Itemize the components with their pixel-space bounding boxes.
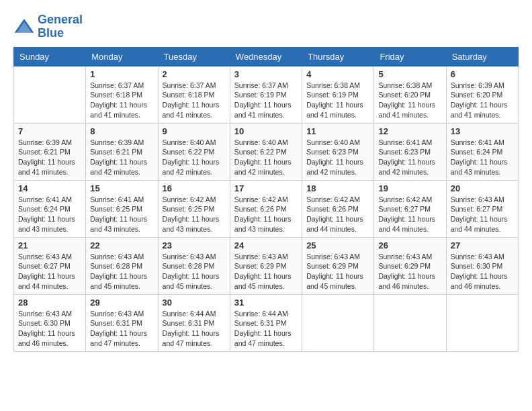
calendar-week-2: 7Sunrise: 6:39 AMSunset: 6:21 PMDaylight… [14,123,519,180]
calendar-cell: 7Sunrise: 6:39 AMSunset: 6:21 PMDaylight… [14,123,86,180]
cell-info: Sunrise: 6:40 AMSunset: 6:22 PMDaylight:… [234,138,298,177]
calendar-cell: 5Sunrise: 6:38 AMSunset: 6:20 PMDaylight… [374,66,446,123]
day-header-sunday: Sunday [14,47,86,66]
cell-info: Sunrise: 6:41 AMSunset: 6:23 PMDaylight:… [378,138,441,177]
calendar-header-row: SundayMondayTuesdayWednesdayThursdayFrid… [14,47,519,66]
calendar-cell: 11Sunrise: 6:40 AMSunset: 6:23 PMDayligh… [302,123,374,180]
calendar-cell [302,294,374,351]
calendar-cell [374,294,446,351]
day-number: 27 [451,240,514,250]
calendar-cell: 1Sunrise: 6:37 AMSunset: 6:18 PMDaylight… [86,66,158,123]
cell-info: Sunrise: 6:42 AMSunset: 6:27 PMDaylight:… [378,195,441,234]
day-number: 1 [90,69,153,79]
calendar-cell: 2Sunrise: 6:37 AMSunset: 6:18 PMDaylight… [158,66,230,123]
cell-info: Sunrise: 6:38 AMSunset: 6:20 PMDaylight:… [378,81,441,120]
calendar-cell [14,66,86,123]
cell-info: Sunrise: 6:39 AMSunset: 6:21 PMDaylight:… [18,138,81,177]
cell-info: Sunrise: 6:43 AMSunset: 6:27 PMDaylight:… [18,252,81,291]
day-number: 7 [18,126,81,136]
calendar-cell: 25Sunrise: 6:43 AMSunset: 6:29 PMDayligh… [302,237,374,294]
calendar-cell: 13Sunrise: 6:41 AMSunset: 6:24 PMDayligh… [446,123,518,180]
cell-info: Sunrise: 6:40 AMSunset: 6:23 PMDaylight:… [306,138,369,177]
day-number: 22 [90,240,153,250]
cell-info: Sunrise: 6:43 AMSunset: 6:31 PMDaylight:… [90,309,153,349]
day-number: 24 [234,240,298,250]
cell-info: Sunrise: 6:42 AMSunset: 6:25 PMDaylight:… [163,195,226,234]
calendar-cell: 18Sunrise: 6:42 AMSunset: 6:26 PMDayligh… [302,180,374,237]
day-number: 13 [451,126,514,136]
page-header: General Blue [13,13,519,40]
cell-info: Sunrise: 6:43 AMSunset: 6:28 PMDaylight:… [163,252,226,291]
day-number: 17 [234,183,298,193]
day-number: 18 [306,183,369,193]
calendar-cell: 21Sunrise: 6:43 AMSunset: 6:27 PMDayligh… [14,237,86,294]
cell-info: Sunrise: 6:44 AMSunset: 6:31 PMDaylight:… [163,309,226,349]
cell-info: Sunrise: 6:37 AMSunset: 6:18 PMDaylight:… [163,81,226,120]
calendar-cell: 9Sunrise: 6:40 AMSunset: 6:22 PMDaylight… [158,123,230,180]
day-number: 21 [18,240,81,250]
cell-info: Sunrise: 6:37 AMSunset: 6:18 PMDaylight:… [90,81,153,120]
calendar-cell: 20Sunrise: 6:43 AMSunset: 6:27 PMDayligh… [446,180,518,237]
day-header-friday: Friday [374,47,446,66]
cell-info: Sunrise: 6:41 AMSunset: 6:24 PMDaylight:… [18,195,81,234]
day-number: 16 [163,183,226,193]
day-number: 9 [163,126,226,136]
day-number: 10 [234,126,298,136]
day-number: 15 [90,183,153,193]
calendar-cell: 15Sunrise: 6:41 AMSunset: 6:25 PMDayligh… [86,180,158,237]
calendar-week-5: 28Sunrise: 6:43 AMSunset: 6:30 PMDayligh… [14,294,519,351]
cell-info: Sunrise: 6:43 AMSunset: 6:30 PMDaylight:… [18,309,81,349]
logo-icon [13,17,35,36]
cell-info: Sunrise: 6:43 AMSunset: 6:29 PMDaylight:… [306,252,369,291]
calendar-cell: 10Sunrise: 6:40 AMSunset: 6:22 PMDayligh… [230,123,302,180]
calendar-week-4: 21Sunrise: 6:43 AMSunset: 6:27 PMDayligh… [14,237,519,294]
day-number: 8 [90,126,153,136]
calendar-cell: 6Sunrise: 6:39 AMSunset: 6:20 PMDaylight… [446,66,518,123]
day-number: 3 [234,69,298,79]
calendar-cell: 19Sunrise: 6:42 AMSunset: 6:27 PMDayligh… [374,180,446,237]
calendar-cell: 8Sunrise: 6:39 AMSunset: 6:21 PMDaylight… [86,123,158,180]
calendar-cell: 26Sunrise: 6:43 AMSunset: 6:29 PMDayligh… [374,237,446,294]
cell-info: Sunrise: 6:42 AMSunset: 6:26 PMDaylight:… [306,195,369,234]
cell-info: Sunrise: 6:39 AMSunset: 6:20 PMDaylight:… [451,81,514,120]
day-number: 28 [18,298,81,308]
cell-info: Sunrise: 6:38 AMSunset: 6:19 PMDaylight:… [306,81,369,120]
calendar-week-3: 14Sunrise: 6:41 AMSunset: 6:24 PMDayligh… [14,180,519,237]
calendar-cell: 14Sunrise: 6:41 AMSunset: 6:24 PMDayligh… [14,180,86,237]
day-header-monday: Monday [86,47,158,66]
cell-info: Sunrise: 6:43 AMSunset: 6:28 PMDaylight:… [90,252,153,291]
calendar-cell: 24Sunrise: 6:43 AMSunset: 6:29 PMDayligh… [230,237,302,294]
day-number: 23 [163,240,226,250]
day-header-saturday: Saturday [446,47,518,66]
cell-info: Sunrise: 6:41 AMSunset: 6:24 PMDaylight:… [451,138,514,177]
cell-info: Sunrise: 6:43 AMSunset: 6:27 PMDaylight:… [451,195,514,234]
cell-info: Sunrise: 6:41 AMSunset: 6:25 PMDaylight:… [90,195,153,234]
calendar-table: SundayMondayTuesdayWednesdayThursdayFrid… [13,47,519,352]
day-number: 2 [163,69,226,79]
cell-info: Sunrise: 6:40 AMSunset: 6:22 PMDaylight:… [163,138,226,177]
cell-info: Sunrise: 6:43 AMSunset: 6:30 PMDaylight:… [451,252,514,291]
calendar-cell: 30Sunrise: 6:44 AMSunset: 6:31 PMDayligh… [158,294,230,351]
calendar-cell: 28Sunrise: 6:43 AMSunset: 6:30 PMDayligh… [14,294,86,351]
day-number: 30 [163,298,226,308]
day-number: 5 [378,69,441,79]
day-number: 19 [378,183,441,193]
calendar-cell [446,294,518,351]
day-number: 20 [451,183,514,193]
calendar-cell: 17Sunrise: 6:42 AMSunset: 6:26 PMDayligh… [230,180,302,237]
day-number: 26 [378,240,441,250]
calendar-cell: 23Sunrise: 6:43 AMSunset: 6:28 PMDayligh… [158,237,230,294]
day-number: 12 [378,126,441,136]
calendar-cell: 3Sunrise: 6:37 AMSunset: 6:19 PMDaylight… [230,66,302,123]
day-header-tuesday: Tuesday [158,47,230,66]
cell-info: Sunrise: 6:43 AMSunset: 6:29 PMDaylight:… [234,252,298,291]
day-number: 4 [306,69,369,79]
day-header-thursday: Thursday [302,47,374,66]
day-number: 6 [451,69,514,79]
logo: General Blue [13,13,83,40]
day-number: 31 [234,298,298,308]
day-number: 25 [306,240,369,250]
calendar-cell: 27Sunrise: 6:43 AMSunset: 6:30 PMDayligh… [446,237,518,294]
cell-info: Sunrise: 6:43 AMSunset: 6:29 PMDaylight:… [378,252,441,291]
cell-info: Sunrise: 6:37 AMSunset: 6:19 PMDaylight:… [234,81,298,120]
